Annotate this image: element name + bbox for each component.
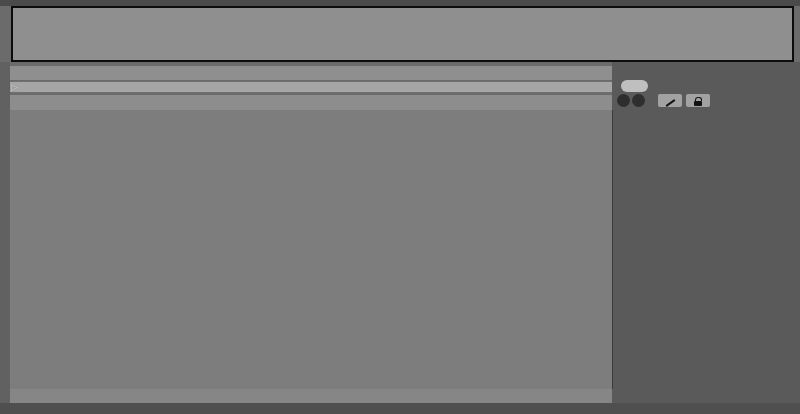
- next-locator-button[interactable]: [632, 94, 645, 107]
- scrub-area[interactable]: ▷: [10, 81, 612, 93]
- set-locator-button[interactable]: [621, 80, 648, 92]
- arrangement-start-marker-icon: ▷: [11, 82, 18, 92]
- prev-locator-button[interactable]: [617, 94, 630, 107]
- pencil-icon: [665, 99, 675, 107]
- overview-left-margin: [0, 6, 6, 62]
- window-left-edge: [0, 62, 10, 403]
- lock-envelopes-button[interactable]: [686, 94, 710, 107]
- overview-right-margin: [794, 6, 800, 62]
- draw-mode-button[interactable]: [658, 94, 682, 107]
- lock-icon: [695, 97, 702, 101]
- arrangement-grid[interactable]: [10, 110, 613, 389]
- beat-ruler[interactable]: [10, 66, 612, 80]
- ableton-arrangement-view: ▷: [0, 0, 800, 414]
- locator-lane[interactable]: [10, 95, 612, 110]
- time-ruler[interactable]: [10, 389, 612, 403]
- arrangement-overview[interactable]: [11, 6, 794, 62]
- right-panel-background: [612, 62, 800, 403]
- window-bottom-edge: [0, 403, 800, 414]
